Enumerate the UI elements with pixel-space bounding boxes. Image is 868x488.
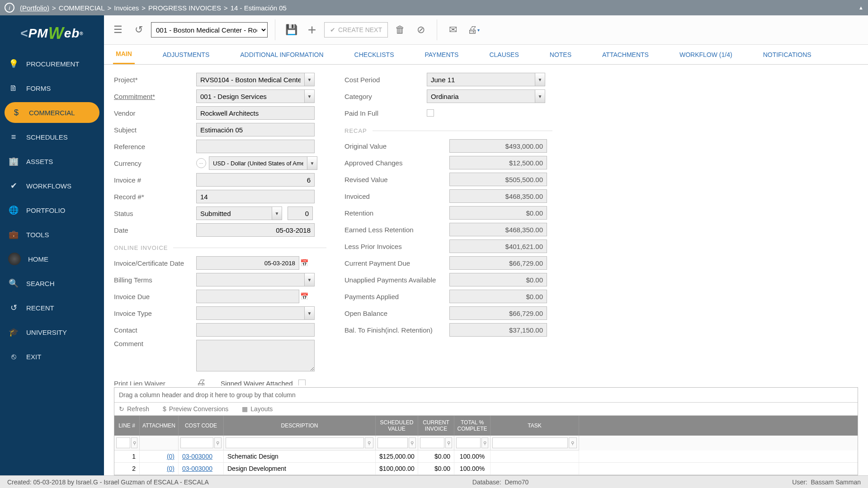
grid-refresh[interactable]: ↻ Refresh [119, 405, 149, 413]
grid-layouts[interactable]: ▦ Layouts [242, 405, 273, 413]
signed-waiver-checkbox[interactable] [298, 380, 306, 385]
dropdown-icon[interactable]: ▼ [305, 273, 315, 286]
col-pct[interactable]: TOTAL % COMPLETE [454, 416, 491, 436]
sidebar-item-schedules[interactable]: ≡SCHEDULES [0, 125, 104, 149]
group-hint[interactable]: Drag a column header and drop it here to… [114, 388, 858, 403]
cost-period-field[interactable] [427, 73, 535, 86]
print-lien-icon[interactable]: 🖨 [196, 377, 206, 385]
project-selector[interactable]: 001 - Boston Medical Center - Rockw [151, 22, 268, 38]
invoice-due-field[interactable] [196, 290, 299, 303]
col-line[interactable]: LINE # [114, 416, 140, 436]
filter-sched[interactable] [377, 437, 408, 448]
table-row[interactable]: 2(0)03-003000Design Development$100,000.… [114, 463, 858, 475]
filter-curr[interactable] [420, 437, 444, 448]
sidebar-item-procurement[interactable]: 💡PROCUREMENT [0, 52, 104, 76]
save-icon[interactable]: 💾 [283, 21, 300, 38]
col-current[interactable]: CURRENT INVOICE [418, 416, 454, 436]
invoice-no-field[interactable] [196, 173, 315, 187]
sidebar-item-university[interactable]: 🎓UNIVERSITY [0, 320, 104, 344]
tab-payments[interactable]: PAYMENTS [422, 46, 462, 64]
status-field[interactable] [196, 206, 272, 220]
col-cost-code[interactable]: COST CODE [179, 416, 224, 436]
filter-task[interactable] [492, 437, 568, 448]
filter-icon[interactable]: ⚲ [569, 437, 577, 448]
tab-additional-information[interactable]: ADDITIONAL INFORMATION [237, 46, 326, 64]
filter-pct[interactable] [456, 437, 481, 448]
date-field[interactable] [196, 223, 315, 237]
breadcrumb-invoices[interactable]: Invoices [114, 4, 139, 12]
tab-clauses[interactable]: CLAUSES [486, 46, 521, 64]
breadcrumb-commercial[interactable]: COMMERCIAL [59, 4, 105, 12]
comment-field[interactable] [196, 340, 315, 371]
dropdown-icon[interactable]: ▼ [305, 306, 315, 320]
tab-notes[interactable]: NOTES [547, 46, 574, 64]
grid-preview-conversions[interactable]: $ Preview Conversions [163, 405, 228, 413]
list-icon[interactable]: ☰ [109, 21, 127, 38]
record-no-field[interactable] [196, 190, 315, 203]
commitment-field[interactable] [196, 89, 305, 103]
filter-icon[interactable]: ⚲ [365, 437, 373, 448]
col-attachments[interactable]: ATTACHMEN [140, 416, 179, 436]
dropdown-icon[interactable]: ▼ [535, 89, 545, 103]
tab-checklists[interactable]: CHECKLISTS [352, 46, 397, 64]
inv-cert-date-field[interactable] [196, 256, 299, 270]
billing-terms-field[interactable] [196, 273, 305, 286]
category-field[interactable] [427, 89, 535, 103]
col-scheduled[interactable]: SCHEDULED VALUE [376, 416, 418, 436]
subject-field[interactable] [196, 123, 315, 136]
filter-icon[interactable]: ⚲ [481, 437, 488, 448]
vendor-field[interactable] [196, 106, 315, 120]
breadcrumb-portfolio[interactable]: (Portfolio) [20, 4, 49, 12]
status-number-field[interactable] [288, 206, 313, 220]
sidebar-item-tools[interactable]: 💼TOOLS [0, 222, 104, 247]
invoice-type-field[interactable] [196, 306, 305, 320]
currency-field[interactable] [209, 156, 307, 170]
calendar-icon[interactable]: 📅 [299, 256, 309, 270]
history-icon[interactable]: ↺ [130, 21, 147, 38]
dropdown-icon[interactable]: ▼ [305, 89, 315, 103]
col-task[interactable]: TASK [491, 416, 579, 436]
delete-icon[interactable]: 🗑 [392, 21, 409, 38]
create-next-button[interactable]: ✔ CREATE NEXT [324, 22, 388, 38]
sidebar-item-workflows[interactable]: ✔WORKFLOWS [0, 174, 104, 198]
sidebar-item-home[interactable]: HOME [0, 247, 104, 271]
filter-code[interactable] [180, 437, 213, 448]
sidebar-item-recent[interactable]: ↺RECENT [0, 296, 104, 320]
tab-notifications[interactable]: NOTIFICATIONS [760, 46, 814, 64]
paid-full-checkbox[interactable] [427, 109, 434, 117]
dropdown-icon[interactable]: ▼ [272, 206, 282, 220]
email-icon[interactable]: ✉ [444, 21, 462, 38]
sidebar-item-search[interactable]: 🔍SEARCH [0, 271, 104, 296]
tab-workflow-1-4-[interactable]: WORKFLOW (1/4) [677, 46, 735, 64]
dropdown-icon[interactable]: ▼ [307, 156, 317, 170]
project-field[interactable] [196, 73, 305, 86]
sidebar-item-portfolio[interactable]: 🌐PORTFOLIO [0, 198, 104, 222]
filter-icon[interactable]: ⚲ [131, 437, 137, 448]
commitment-label[interactable]: Commitment [114, 93, 191, 100]
collapse-icon[interactable]: ▲ [859, 5, 863, 10]
filter-icon[interactable]: ⚲ [445, 437, 452, 448]
sidebar-item-exit[interactable]: ⎋EXIT [0, 344, 104, 369]
currency-more-icon[interactable]: ··· [196, 158, 206, 168]
info-icon[interactable]: i [5, 3, 14, 13]
dropdown-icon[interactable]: ▼ [305, 73, 315, 86]
table-row[interactable]: 1(0)03-003000Schematic Design$125,000.00… [114, 450, 858, 463]
print-icon[interactable]: 🖨▾ [465, 21, 482, 38]
filter-icon[interactable]: ⚲ [214, 437, 222, 448]
dropdown-icon[interactable]: ▼ [535, 73, 545, 86]
filter-desc[interactable] [226, 437, 364, 448]
sidebar-item-commercial[interactable]: $COMMERCIAL [5, 102, 99, 123]
tab-main[interactable]: MAIN [113, 45, 135, 64]
sidebar-item-assets[interactable]: 🏢ASSETS [0, 149, 104, 174]
add-icon[interactable]: + [303, 21, 321, 38]
col-description[interactable]: DESCRIPTION [224, 416, 376, 436]
contact-field[interactable] [196, 323, 315, 337]
cancel-icon[interactable]: ⊘ [412, 21, 429, 38]
sidebar-item-forms[interactable]: 🗎FORMS [0, 76, 104, 100]
tab-attachments[interactable]: ATTACHMENTS [599, 46, 651, 64]
calendar-icon[interactable]: 📅 [299, 290, 309, 303]
filter-line[interactable] [116, 437, 130, 448]
reference-field[interactable] [196, 140, 315, 153]
tab-adjustments[interactable]: ADJUSTMENTS [160, 46, 212, 64]
breadcrumb-progress[interactable]: PROGRESS INVOICES [148, 4, 221, 12]
